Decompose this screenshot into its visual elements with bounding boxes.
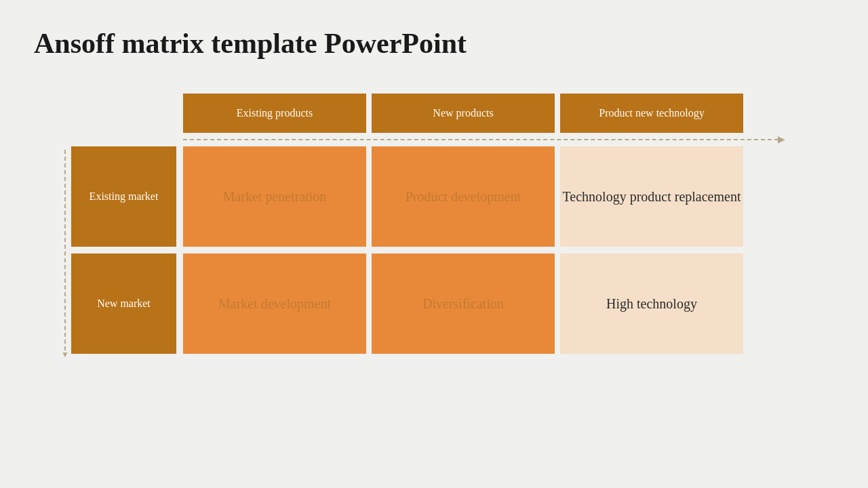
slide: Ansoff matrix template PowerPoint Existi… <box>0 0 868 488</box>
grid-area: Market penetration Product development T… <box>183 146 743 354</box>
cell-product-development: Product development <box>372 146 555 247</box>
row-labels: Existing market New market <box>71 146 176 361</box>
cell-market-penetration: Market penetration <box>183 146 366 247</box>
header-col3: Product new technology <box>560 94 743 133</box>
vertical-arrow <box>64 150 66 350</box>
cell-market-development: Market development <box>183 253 366 354</box>
cell-tech-product-replacement: Technology product replacement <box>560 146 743 247</box>
cell-high-technology: High technology <box>560 253 743 354</box>
left-col: Existing market New market <box>54 146 183 361</box>
slide-title: Ansoff matrix template PowerPoint <box>34 27 834 60</box>
row-label-existing: Existing market <box>71 146 176 247</box>
header-row: Existing products New products Product n… <box>183 94 834 133</box>
matrix-container: Existing products New products Product n… <box>54 94 834 361</box>
grid-row-1: Market penetration Product development T… <box>183 146 743 247</box>
vertical-arrow-container <box>59 146 71 350</box>
grid-row-2: Market development Diversification High … <box>183 253 743 354</box>
horizontal-arrow <box>183 139 778 140</box>
row-label-new: New market <box>71 253 176 354</box>
header-col1: Existing products <box>183 94 366 133</box>
header-col2: New products <box>372 94 555 133</box>
cell-diversification: Diversification <box>372 253 555 354</box>
horizontal-arrow-row <box>183 133 834 146</box>
body-row: Existing market New market Market penetr… <box>54 146 834 361</box>
